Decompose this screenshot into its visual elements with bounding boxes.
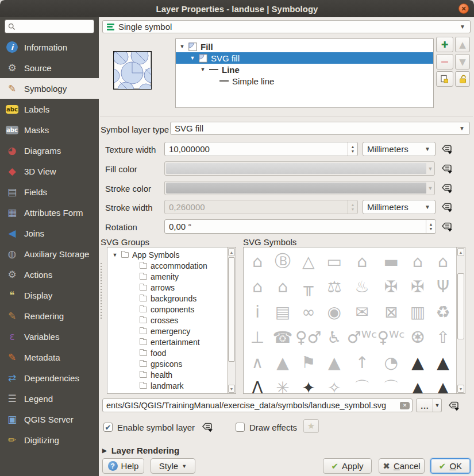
scrollbar-thumb[interactable] bbox=[457, 273, 464, 339]
rain-shelter-symbol[interactable]: ⌂ bbox=[430, 249, 456, 274]
close-icon[interactable]: ✕ bbox=[458, 3, 469, 14]
sidebar-item-actions[interactable]: ⚙Actions bbox=[0, 264, 99, 285]
apply-button[interactable]: ✔ Apply bbox=[323, 458, 372, 474]
svg-group-health[interactable]: health bbox=[107, 369, 226, 380]
hotel-bed-symbol[interactable]: ▬ bbox=[377, 249, 405, 274]
accessible-wc-symbol[interactable]: ♿ bbox=[322, 324, 347, 350]
sidebar-item-symbology[interactable]: ✎Symbology bbox=[0, 78, 99, 99]
hut-symbol[interactable]: ⌂ bbox=[245, 274, 270, 299]
splitter-handle[interactable] bbox=[100, 263, 102, 320]
svg-group-arrows[interactable]: arrows bbox=[107, 282, 226, 293]
tree-expand-icon[interactable]: ▼ bbox=[200, 67, 206, 72]
flag-pole-symbol[interactable]: ⚑ bbox=[295, 350, 322, 375]
duplicate-symbol-layer-button[interactable] bbox=[436, 71, 453, 87]
svg-group-amenity[interactable]: amenity bbox=[107, 271, 226, 282]
cancel-button[interactable]: ✖ Cancel bbox=[379, 458, 425, 474]
style-button[interactable]: Style ▼ bbox=[151, 458, 195, 474]
sidebar-item-source[interactable]: ⚙Source bbox=[0, 57, 99, 78]
stroke-color-button[interactable]: ▼ bbox=[164, 181, 435, 195]
svg-group-components[interactable]: components bbox=[107, 304, 226, 315]
information-symbol[interactable]: i bbox=[245, 299, 270, 324]
svg-group-accommodation[interactable]: accommodation bbox=[107, 260, 226, 271]
telephone-symbol[interactable]: ☎ bbox=[270, 324, 295, 350]
waste-disposal-symbol[interactable]: ♼ bbox=[405, 324, 430, 350]
stroke-width-data-defined-button[interactable] bbox=[439, 200, 454, 214]
compass-rose-symbol[interactable]: ✳ bbox=[270, 375, 295, 393]
titlebar[interactable]: Layer Properties - landuse | Symbology ✕ bbox=[0, 0, 474, 17]
sidebar-search[interactable] bbox=[5, 20, 94, 33]
scroll-down-icon[interactable]: ▼ bbox=[457, 385, 464, 393]
sleeping-shelter-symbol[interactable]: ⌂ bbox=[347, 249, 377, 274]
enable-layer-data-defined-button[interactable] bbox=[199, 420, 214, 434]
clear-icon[interactable]: ✕ bbox=[400, 402, 410, 409]
add-symbol-layer-button[interactable]: ✚ bbox=[436, 37, 453, 52]
scroll-up-icon[interactable]: ▲ bbox=[457, 248, 464, 256]
sidebar-item-fields[interactable]: ▤Fields bbox=[0, 181, 99, 202]
sidebar-item-information[interactable]: iInformation bbox=[0, 37, 99, 57]
fire-badge-symbol[interactable]: ✠ bbox=[377, 274, 405, 299]
svg-group-landmark[interactable]: landmark bbox=[107, 380, 226, 391]
sidebar-item-dependencies[interactable]: ⇄Dependencies bbox=[0, 367, 99, 388]
sidebar-item-metadata[interactable]: ✎Metadata bbox=[0, 347, 99, 367]
arrowhead-symbol[interactable]: ▲ bbox=[322, 350, 347, 375]
symbol-layer-type-combobox[interactable]: SVG fill ▼ bbox=[170, 122, 470, 135]
clock-symbol[interactable]: ◔ bbox=[377, 350, 405, 375]
survey-marker-2-symbol[interactable]: ⌒ bbox=[377, 375, 405, 393]
sidebar-item-attributes-form[interactable]: ▦Attributes Form bbox=[0, 202, 99, 223]
search-input[interactable] bbox=[16, 22, 88, 31]
layer-rendering-header[interactable]: ▶ Layer Rendering bbox=[102, 446, 179, 455]
arrow-up-symbol[interactable]: ⇧ bbox=[430, 324, 456, 350]
survey-marker-symbol[interactable]: ⌒ bbox=[347, 375, 377, 393]
mail-symbol[interactable]: ✉ bbox=[347, 299, 377, 324]
toilets-symbol[interactable]: ♀♂ bbox=[295, 324, 322, 350]
sidebar-item-masks[interactable]: abcMasks bbox=[0, 119, 99, 140]
renderer-combobox[interactable]: Single symbol ▼ bbox=[102, 20, 471, 33]
fire-symbol[interactable]: ♨ bbox=[347, 274, 377, 299]
svg-symbols-scrollbar[interactable]: ▲ ▼ bbox=[456, 247, 465, 393]
mens-wc-symbol[interactable]: ♂ᵂᶜ bbox=[347, 324, 377, 350]
mail-prohibited-symbol[interactable]: ⊠ bbox=[377, 299, 405, 324]
survey-tripod-symbol[interactable]: ⊥ bbox=[245, 324, 270, 350]
compass-north-symbol[interactable]: ▲ bbox=[405, 350, 430, 375]
house-symbol[interactable]: ⌂ bbox=[405, 249, 430, 274]
svg-group-crosses[interactable]: crosses bbox=[107, 315, 226, 326]
sidebar-item-digitizing[interactable]: ✏Digitizing bbox=[0, 429, 99, 450]
help-button[interactable]: ? Help bbox=[102, 458, 144, 474]
svg-groups-scrollbar[interactable]: ▲ ▼ bbox=[227, 247, 236, 393]
symbol-tree-row-svg-fill[interactable]: ▼SVG fill bbox=[176, 52, 433, 64]
move-up-button[interactable]: ▲ bbox=[455, 37, 470, 52]
svg-path-value[interactable]: ents/GIS/QGIS/TrainingManual/exercise_da… bbox=[103, 401, 400, 410]
sidebar-item-joins[interactable]: ◀Joins bbox=[0, 223, 99, 243]
black-arrowhead-2-symbol[interactable]: ▲ bbox=[430, 375, 456, 393]
symbol-tree-row-line[interactable]: ▼Line bbox=[176, 64, 433, 75]
north-chevron-symbol[interactable]: ▲ bbox=[270, 350, 295, 375]
thin-arrow-symbol[interactable]: ↑ bbox=[347, 350, 377, 375]
sidebar-item-display[interactable]: ❝Display bbox=[0, 285, 99, 305]
scroll-down-icon[interactable]: ▼ bbox=[228, 385, 235, 393]
browse-button[interactable]: … bbox=[416, 398, 433, 412]
chevron-down-icon[interactable]: ▼ bbox=[426, 162, 434, 175]
small-compass-symbol[interactable]: ✧ bbox=[322, 375, 347, 393]
remove-symbol-layer-button[interactable] bbox=[436, 54, 453, 69]
symbol-tree-row-simple-line[interactable]: Simple line bbox=[176, 75, 433, 87]
black-arrowhead-symbol[interactable]: ▲ bbox=[430, 350, 456, 375]
svg-group-gpsicons[interactable]: gpsicons bbox=[107, 358, 226, 369]
move-down-button[interactable]: ▼ bbox=[455, 54, 470, 69]
sidebar-item-rendering[interactable]: ✎Rendering bbox=[0, 305, 99, 326]
tree-expand-icon[interactable]: ▼ bbox=[190, 55, 195, 61]
enable-symbol-layer-checkbox[interactable]: ✔ bbox=[103, 423, 113, 432]
svg-group-entertainment[interactable]: entertainment bbox=[107, 336, 226, 347]
svg-group-food[interactable]: food bbox=[107, 347, 226, 358]
bed-and-breakfast-symbol[interactable]: Ⓑ bbox=[270, 249, 295, 274]
symbol-tree-row-fill[interactable]: ▼Fill bbox=[176, 41, 433, 52]
police-badge-symbol[interactable]: ◉ bbox=[322, 299, 347, 324]
tent-symbol[interactable]: △ bbox=[295, 249, 322, 274]
svg-path-input[interactable]: ents/GIS/QGIS/TrainingManual/exercise_da… bbox=[102, 398, 413, 412]
handcuffs-symbol[interactable]: ∞ bbox=[295, 299, 322, 324]
texture-width-spinbox[interactable]: 10,000000 ▲▼ bbox=[164, 142, 358, 156]
fill-color-button[interactable]: ▼ bbox=[164, 161, 435, 176]
scrollbar-thumb[interactable] bbox=[228, 257, 235, 362]
rotation-data-defined-button[interactable] bbox=[439, 220, 454, 234]
chevron-down-icon[interactable]: ▼ bbox=[426, 181, 434, 195]
sidebar-item-3d-view[interactable]: ◆3D View bbox=[0, 161, 99, 181]
